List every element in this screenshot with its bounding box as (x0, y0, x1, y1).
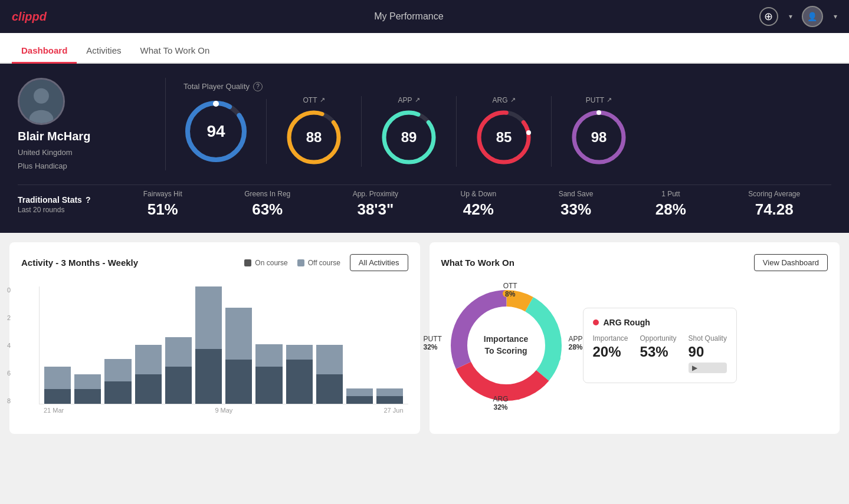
divider-vertical (165, 78, 166, 170)
on-course-bar-10 (346, 396, 373, 404)
x-label-jun: 27 Jun (383, 407, 403, 414)
gauge-app: APP ↗ 89 (362, 96, 457, 167)
bar-group-11 (376, 286, 403, 404)
quality-help-icon[interactable]: ? (253, 82, 263, 91)
putt-gauge: 98 (569, 108, 628, 167)
nav-title: My Performance (374, 11, 443, 22)
gir-value: 63% (252, 200, 283, 219)
proximity-value: 38'3" (357, 200, 394, 219)
gauge-putt: PUTT ↗ 98 (552, 96, 646, 167)
arg-marker (514, 393, 522, 400)
player-avatar (18, 78, 65, 125)
off-course-bar-4 (165, 337, 192, 367)
info-card-title: ARG Rough (604, 318, 650, 327)
tab-what-to-work-on[interactable]: What To Work On (131, 37, 219, 62)
traditional-stats-items: Fairways Hit 51% Greens In Reg 63% App. … (112, 190, 831, 219)
updown-value: 42% (463, 200, 494, 219)
player-name: Blair McHarg (18, 130, 90, 143)
trad-stat-proximity: App. Proximity 38'3" (353, 190, 398, 219)
logo[interactable]: clippd (12, 10, 47, 24)
add-button[interactable]: ⊕ (759, 7, 778, 26)
top-nav: clippd My Performance ⊕ ▾ 👤 ▾ (0, 0, 849, 33)
proximity-label: App. Proximity (353, 190, 398, 198)
app-label-name: APP (568, 335, 582, 343)
fairways-label: Fairways Hit (143, 190, 182, 198)
importance-value: 20% (593, 344, 628, 360)
putt-label-text: PUTT (586, 96, 604, 104)
bar-chart-container: 8 6 4 2 0 21 Mar 9 May 27 Jun (21, 281, 408, 422)
putt-label: PUTT ↗ (586, 96, 612, 104)
info-stats-row: Importance 20% Opportunity 53% Shot Qual… (593, 334, 727, 373)
app-label: APP ↗ (398, 96, 419, 104)
bar-group-0 (44, 286, 71, 404)
on-course-bar-3 (135, 374, 162, 404)
on-course-bar-5 (195, 349, 222, 404)
y-axis: 8 6 4 2 0 (7, 286, 11, 404)
sandsave-label: Sand Save (559, 190, 594, 198)
legend-on-course: On course (244, 259, 287, 267)
bar-group-10 (346, 286, 373, 404)
quality-label-text: Total Player Quality (183, 82, 250, 91)
bar-chart (39, 286, 408, 404)
player-info: Blair McHarg United Kingdom Plus Handica… (18, 78, 147, 170)
svg-point-5 (213, 101, 219, 107)
info-card-header: ARG Rough (593, 318, 727, 327)
trad-help-icon[interactable]: ? (86, 195, 91, 205)
work-on-title: What To Work On (441, 258, 514, 268)
tab-dashboard[interactable]: Dashboard (12, 37, 77, 62)
quality-section: Total Player Quality ? 94 (183, 82, 831, 167)
info-card: ARG Rough Importance 20% Opportunity 53%… (583, 308, 737, 383)
app-value: 89 (401, 129, 417, 146)
total-gauge-value: 94 (206, 122, 225, 141)
app-marker (553, 355, 560, 362)
off-course-bar-2 (104, 359, 131, 381)
scoring-label: Scoring Average (748, 190, 800, 198)
putt-donut-label: PUTT 32% (424, 335, 442, 351)
on-course-bar-7 (255, 367, 282, 404)
tabs-bar: Dashboard Activities What To Work On (0, 33, 849, 64)
bar-group-7 (255, 286, 282, 404)
gauge-total: 94 (183, 99, 267, 164)
player-country: United Kingdom (18, 148, 73, 157)
gauges-row: 94 OTT ↗ 88 (183, 96, 831, 167)
updown-label: Up & Down (461, 190, 497, 198)
bar-group-6 (225, 286, 252, 404)
donut-chart-area: Importance To Scoring OTT 8% APP 28% ARG… (441, 281, 571, 410)
tab-activities[interactable]: Activities (77, 37, 130, 62)
off-course-bar-5 (195, 286, 222, 349)
on-course-bar-1 (74, 389, 101, 404)
ott-arrow: ↗ (320, 96, 325, 104)
activity-title: Activity - 3 Months - Weekly (21, 258, 138, 268)
svg-point-12 (526, 130, 531, 135)
bar-group-2 (104, 286, 131, 404)
traditional-stats-label: Traditional Stats ? Last 20 rounds (18, 195, 112, 214)
quality-label: Total Player Quality ? (183, 82, 831, 91)
off-course-bar-10 (346, 388, 373, 396)
putt-marker (452, 342, 459, 349)
off-course-bar-9 (316, 345, 343, 374)
info-stat-importance: Importance 20% (593, 334, 628, 373)
putt-value: 98 (591, 129, 607, 146)
importance-label: Importance (593, 334, 628, 342)
all-activities-button[interactable]: All Activities (350, 254, 408, 271)
trad-stat-updown: Up & Down 42% (461, 190, 497, 219)
oneputt-value: 28% (655, 200, 686, 219)
off-course-bar-11 (376, 388, 403, 396)
shotquality-label: Shot Quality (689, 334, 727, 342)
bar-group-5 (195, 286, 222, 404)
ott-label-text: OTT (303, 96, 317, 104)
avatar[interactable]: 👤 (802, 6, 823, 27)
gauge-ott: OTT ↗ 88 (267, 96, 362, 167)
x-axis: 21 Mar 9 May 27 Jun (39, 404, 408, 414)
arg-value: 85 (496, 129, 512, 146)
app-donut-label: APP 28% (568, 335, 582, 351)
on-course-bar-6 (225, 360, 252, 404)
off-course-dot (297, 259, 304, 266)
off-course-label: Off course (308, 259, 340, 267)
ott-donut-label: OTT 8% (503, 282, 517, 298)
view-dashboard-button[interactable]: View Dashboard (754, 254, 828, 271)
ott-label-name: OTT (503, 282, 517, 290)
on-course-bar-9 (316, 374, 343, 404)
scoring-value: 74.28 (755, 200, 794, 219)
putt-arrow: ↗ (607, 96, 612, 104)
